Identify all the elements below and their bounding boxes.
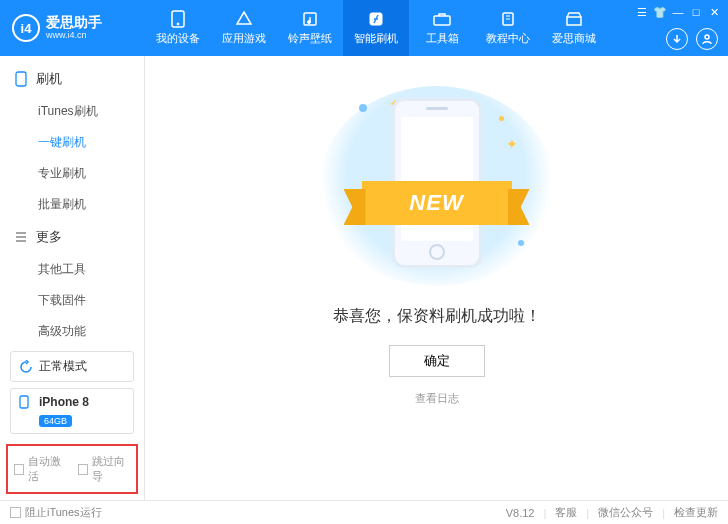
menu-button[interactable]: ☰ [636,6,648,18]
nav-toolbox[interactable]: 工具箱 [409,0,475,56]
nav-label: 智能刷机 [354,31,398,46]
device-icon [14,72,28,86]
sidebar-item-batch-flash[interactable]: 批量刷机 [0,189,144,220]
device-name: iPhone 8 [39,395,89,409]
sidebar-item-pro-flash[interactable]: 专业刷机 [0,158,144,189]
checkbox-icon [10,507,21,518]
brand-url: www.i4.cn [46,31,102,41]
mode-label: 正常模式 [39,358,87,375]
sidebar-group-flash[interactable]: 刷机 [0,62,144,96]
nav-ringtones[interactable]: 铃声壁纸 [277,0,343,56]
success-message: 恭喜您，保资料刷机成功啦！ [333,306,541,327]
app-icon [235,10,253,28]
store-icon [565,10,583,28]
nav-label: 爱思商城 [552,31,596,46]
sidebar-item-other-tools[interactable]: 其他工具 [0,254,144,285]
storage-badge: 64GB [39,415,72,427]
ok-button[interactable]: 确定 [389,345,485,377]
checkbox-icon [14,464,24,475]
logo-text: 爱思助手 www.i4.cn [46,15,102,40]
sidebar-item-advanced[interactable]: 高级功能 [0,316,144,345]
logo-icon: i4 [12,14,40,42]
view-log-link[interactable]: 查看日志 [415,391,459,406]
nav-tutorials[interactable]: 教程中心 [475,0,541,56]
titlebar-actions [666,28,718,50]
sidebar-group-more[interactable]: 更多 [0,220,144,254]
user-button[interactable] [696,28,718,50]
update-link[interactable]: 检查更新 [674,505,718,520]
nav-label: 铃声壁纸 [288,31,332,46]
download-button[interactable] [666,28,688,50]
refresh-icon [19,360,33,374]
success-illustration: ✦✦ NEW [319,86,554,286]
nav-label: 教程中心 [486,31,530,46]
version-label: V8.12 [506,507,535,519]
top-nav: 我的设备 应用游戏 铃声壁纸 智能刷机 工具箱 教程中心 爱思商城 [145,0,607,56]
sidebar: 刷机 iTunes刷机 一键刷机 专业刷机 批量刷机 更多 其他工具 下载固件 … [0,56,145,500]
checkbox-block-itunes[interactable]: 阻止iTunes运行 [10,505,102,520]
svg-rect-5 [434,16,450,25]
close-button[interactable]: ✕ [708,6,720,18]
sidebar-group-title: 刷机 [36,70,62,88]
menu-icon [14,230,28,244]
maximize-button[interactable]: □ [690,6,702,18]
svg-rect-8 [16,72,26,86]
nav-my-device[interactable]: 我的设备 [145,0,211,56]
checkbox-label: 跳过向导 [92,454,130,484]
sidebar-item-oneclick-flash[interactable]: 一键刷机 [0,127,144,158]
nav-label: 工具箱 [426,31,459,46]
body: 刷机 iTunes刷机 一键刷机 专业刷机 批量刷机 更多 其他工具 下载固件 … [0,56,728,500]
svg-point-7 [705,35,709,39]
device-mode[interactable]: 正常模式 [10,351,134,382]
svg-rect-9 [20,396,28,408]
flash-options-highlight: 自动激活 跳过向导 [6,444,138,494]
sidebar-group-title: 更多 [36,228,62,246]
device-info[interactable]: iPhone 8 64GB [10,388,134,434]
sidebar-item-download-firmware[interactable]: 下载固件 [0,285,144,316]
checkbox-label: 自动激活 [28,454,66,484]
titlebar: i4 爱思助手 www.i4.cn 我的设备 应用游戏 铃声壁纸 智能刷机 工具… [0,0,728,56]
nav-apps[interactable]: 应用游戏 [211,0,277,56]
phone-icon [169,10,187,28]
skin-button[interactable]: 👕 [654,6,666,18]
checkbox-skip-guide[interactable]: 跳过向导 [78,454,130,484]
flash-icon [367,10,385,28]
svg-point-1 [177,23,179,25]
nav-store[interactable]: 爱思商城 [541,0,607,56]
book-icon [499,10,517,28]
phone-small-icon [19,395,33,409]
nav-flash[interactable]: 智能刷机 [343,0,409,56]
toolbox-icon [433,10,451,28]
checkbox-auto-activate[interactable]: 自动激活 [14,454,66,484]
new-ribbon: NEW [362,181,512,225]
sidebar-item-itunes-flash[interactable]: iTunes刷机 [0,96,144,127]
nav-label: 我的设备 [156,31,200,46]
statusbar: 阻止iTunes运行 V8.12 | 客服 | 微信公众号 | 检查更新 [0,500,728,524]
brand-name: 爱思助手 [46,15,102,30]
nav-label: 应用游戏 [222,31,266,46]
window-controls: ☰ 👕 — □ ✕ [636,6,720,18]
main-content: ✦✦ NEW 恭喜您，保资料刷机成功啦！ 确定 查看日志 [145,56,728,500]
checkbox-label: 阻止iTunes运行 [25,505,102,520]
svg-point-3 [308,21,311,24]
support-link[interactable]: 客服 [555,505,577,520]
minimize-button[interactable]: — [672,6,684,18]
checkbox-icon [78,464,88,475]
logo[interactable]: i4 爱思助手 www.i4.cn [0,14,145,42]
note-icon [301,10,319,28]
wechat-link[interactable]: 微信公众号 [598,505,653,520]
